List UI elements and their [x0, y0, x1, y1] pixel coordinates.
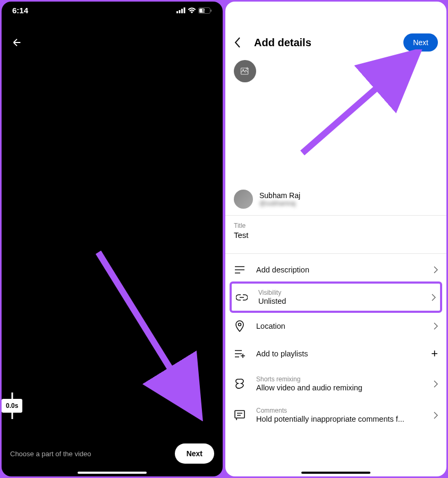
chevron-right-icon	[432, 294, 436, 301]
option-label: Location	[256, 322, 423, 330]
chevron-right-icon	[434, 266, 438, 274]
svg-rect-1	[179, 10, 181, 13]
description-icon	[234, 266, 246, 274]
svg-point-12	[239, 323, 241, 326]
svg-rect-3	[184, 7, 185, 13]
svg-line-9	[98, 252, 193, 405]
option-location[interactable]: Location	[225, 313, 446, 339]
shorts-icon	[234, 378, 246, 390]
add-image-icon	[240, 66, 250, 76]
svg-line-15	[302, 60, 409, 153]
chevron-right-icon	[434, 322, 438, 330]
wifi-icon	[188, 7, 196, 13]
option-value: Hold potentially inappropriate comments …	[256, 415, 423, 423]
title-value: Test	[234, 231, 438, 240]
home-indicator[interactable]	[301, 472, 370, 474]
svg-rect-13	[235, 411, 244, 418]
comments-icon	[234, 410, 246, 421]
svg-text:51: 51	[202, 8, 207, 13]
option-subtitle: Shorts remixing	[256, 375, 423, 383]
option-value: Allow video and audio remixing	[256, 383, 423, 392]
timeline-position-label: 0.0s	[6, 402, 18, 409]
cellular-icon	[176, 7, 185, 13]
status-bar: 6:14 51	[2, 2, 223, 16]
next-button[interactable]: Next	[403, 33, 438, 52]
video-trim-screen: 6:14 51 0.0s Choose a part of the video …	[2, 2, 223, 476]
title-section[interactable]: Title Test	[225, 216, 446, 247]
option-value: Unlisted	[258, 297, 421, 305]
option-comments[interactable]: Comments Hold potentially inappropriate …	[225, 399, 446, 431]
plus-icon: +	[431, 347, 438, 361]
annotation-arrow	[92, 246, 214, 421]
chevron-right-icon	[434, 380, 438, 388]
bottom-bar: Choose a part of the video Next	[2, 443, 223, 464]
option-subtitle: Visibility	[258, 289, 421, 296]
svg-rect-0	[176, 11, 178, 13]
playlist-add-icon	[234, 349, 246, 358]
option-label: Add to playlists	[256, 349, 420, 358]
header: Add details Next	[225, 2, 446, 59]
author-handle: @subhamraj	[259, 200, 300, 207]
add-details-screen: Add details Next Subham Raj @subhamraj T…	[225, 2, 446, 476]
link-icon	[236, 294, 248, 301]
option-remixing[interactable]: Shorts remixing Allow video and audio re…	[225, 368, 446, 399]
title-label: Title	[234, 222, 438, 229]
prompt-text: Choose a part of the video	[10, 450, 91, 458]
page-title: Add details	[254, 37, 403, 49]
author-name: Subham Raj	[259, 191, 300, 200]
annotation-arrow	[294, 49, 427, 161]
status-icons: 51	[176, 7, 212, 14]
option-description[interactable]: Add description	[225, 258, 446, 281]
battery-icon: 51	[198, 7, 212, 14]
option-playlists[interactable]: Add to playlists +	[225, 339, 446, 368]
avatar	[234, 190, 253, 209]
thumbnail-picker[interactable]	[234, 60, 256, 82]
timeline-thumb[interactable]: 0.0s	[2, 399, 22, 413]
next-button[interactable]: Next	[175, 443, 214, 464]
option-subtitle: Comments	[256, 407, 423, 414]
svg-point-11	[243, 70, 244, 71]
home-indicator[interactable]	[78, 472, 147, 474]
back-chevron-icon[interactable]	[234, 37, 241, 48]
status-time: 6:14	[12, 6, 28, 15]
svg-rect-6	[211, 10, 212, 12]
svg-rect-2	[181, 9, 183, 14]
author-section: Subham Raj @subhamraj	[225, 190, 446, 209]
option-label: Add description	[256, 266, 423, 274]
options-list: Add description Visibility Unlisted Loca…	[225, 254, 446, 435]
option-visibility[interactable]: Visibility Unlisted	[230, 281, 442, 313]
chevron-right-icon	[434, 412, 438, 419]
back-arrow-icon[interactable]	[11, 37, 23, 48]
location-icon	[234, 320, 246, 332]
